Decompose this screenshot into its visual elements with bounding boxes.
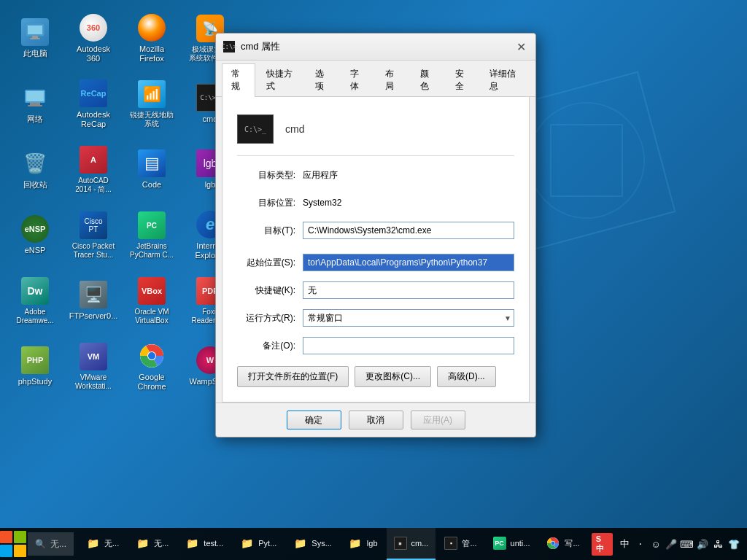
run-mode-select[interactable]: 常规窗口 最小化 最大化 [303,309,514,327]
taskbar-app-label-wu1: 无... [104,538,119,549]
tab-font[interactable]: 字体 [341,63,374,96]
advanced-button[interactable]: 高级(D)... [437,366,496,387]
start-in-row: 起始位置(S): [237,252,514,273]
target-input[interactable] [303,222,514,239]
app-icon-box: C:\>_ [237,114,274,144]
taskbar-app-chrome[interactable]: 写... [538,528,587,560]
taskbar-app-icon-test: 📁 [185,536,199,551]
shortcut-key-input[interactable] [303,281,514,299]
desktop-icon-network[interactable]: 网络 [6,71,64,137]
run-mode-row: 运行方式(R): 常规窗口 最小化 最大化 ▼ [237,308,514,328]
target-location-row: 目标位置: System32 [237,192,514,213]
desktop-icon-wifi[interactable]: 📶 锐捷无线地助 系统 [123,71,181,137]
taskbar-app-icon-cmd: ▪ [394,537,407,550]
tray-icon-clothes[interactable]: 👕 [727,537,740,551]
tray-icon-network[interactable]: 🖧 [712,537,724,551]
desktop-icon-autocad[interactable]: A AutoCAD 2014 - 简... [64,137,123,203]
taskbar-app-test[interactable]: 📁 test... [177,528,231,560]
taskbar-app-wu1[interactable]: 📁 无... [78,528,126,560]
taskbar-app-sys[interactable]: 📁 Sys... [285,528,339,560]
desktop-icon-chrome[interactable]: Google Chrome [123,334,181,400]
svg-rect-6 [26,91,44,101]
tab-normal[interactable]: 常规 [222,63,255,97]
shortcut-key-label: 快捷键(K): [237,284,303,297]
apply-button[interactable]: 应用(A) [411,411,465,429]
target-type-value: 应用程序 [303,169,338,182]
start-button[interactable] [0,528,26,560]
desktop-icon-pycharm[interactable]: PC JetBrains PyCharm C... [123,203,181,268]
taskbar-app-label-chrome: 写... [565,538,579,549]
svg-rect-4 [30,38,40,39]
target-label: 目标(T): [237,225,303,237]
taskbar-app-guan[interactable]: ▪ 管... [437,528,484,560]
search-placeholder: 无... [50,538,66,551]
taskbar-app-python[interactable]: 📁 Pyt... [232,528,284,560]
taskbar-app-cmd[interactable]: ▪ cm... [387,528,436,560]
desktop-icon-autodesk-360[interactable]: 360 Autodesk 360 [64,6,123,71]
tab-security[interactable]: 安全 [446,63,479,96]
open-file-location-button[interactable]: 打开文件所在的位置(F) [237,366,349,387]
taskbar-app-icon-wu2: 📁 [135,536,150,551]
svg-rect-8 [28,105,42,106]
tab-shortcut[interactable]: 快捷方式 [257,63,305,96]
desktop-icon-firefox[interactable]: Mozilla Firefox [123,6,181,71]
tray-icon-ime[interactable]: 中 [619,537,631,551]
taskbar-search[interactable]: 🔍 无... [28,532,74,556]
action-buttons-row: 打开文件所在的位置(F) 更改图标(C)... 高级(D)... [237,366,514,390]
tab-options[interactable]: 选项 [306,63,339,96]
search-icon: 🔍 [35,539,46,549]
desktop-icon-vmware[interactable]: VM VMware Workstati... [64,334,123,400]
dialog-title-icon: C:\> [223,41,235,52]
cancel-button[interactable]: 取消 [349,411,403,429]
desktop-icon-recycle[interactable]: 🗑️ 回收站 [6,137,64,203]
tray-icon-mic[interactable]: 🎤 [665,537,678,551]
tray-icon-emoji[interactable]: ☺ [649,537,662,551]
dialog-main-content: C:\>_ cmd 目标类型: 应用程序 目标位置: System32 目标(T… [222,97,530,402]
tab-layout[interactable]: 布局 [376,63,409,96]
ok-button[interactable]: 确定 [287,411,341,429]
taskbar-app-label-sys: Sys... [311,539,332,548]
tray-icon-keyboard[interactable]: ⌨ [681,537,694,551]
dialog-footer: 确定 取消 应用(A) [216,402,535,437]
target-type-label: 目标类型: [237,169,303,182]
desktop-icon-oracle[interactable]: VBox Oracle VM VirtualBox [123,268,181,334]
tab-color[interactable]: 颜色 [411,63,444,96]
desktop-icon-vscode[interactable]: ▤ Code [123,137,181,203]
start-in-input[interactable] [303,254,514,271]
desktop-icon-dreamweaver[interactable]: Dw Adobe Dreamwe... [6,268,64,334]
taskbar-clock[interactable]: 15:34 2021/10/27 [743,534,747,554]
desktop-icon-phpstudy[interactable]: PHP phpStudy [6,334,64,400]
taskbar-app-unti[interactable]: PC unti... [486,528,538,560]
dialog-close-button[interactable]: ✕ [514,39,528,54]
cmd-properties-dialog: C:\> cmd 属性 ✕ 常规 快捷方式 选项 字体 布局 颜色 安全 详细信… [215,33,536,438]
desktop-icon-ftp[interactable]: 🖥️ FTPserver0... [64,268,123,334]
desktop-icon-cisco[interactable]: Cisco PT Cisco Packet Tracer Stu... [64,203,123,268]
taskbar-right: S中 中 · ☺ 🎤 ⌨ 🔊 🖧 👕 15:34 2021/10/27 ▬ [587,533,747,556]
shortcut-key-row: 快捷键(K): [237,280,514,300]
svg-point-11 [148,352,155,359]
app-name-text: cmd [285,123,304,135]
desktop-icon-ensp[interactable]: eNSP eNSP [6,203,64,268]
taskbar-app-icon-unti: PC [493,537,506,550]
run-mode-label: 运行方式(R): [237,312,303,324]
run-mode-select-wrap: 常规窗口 最小化 最大化 ▼ [303,309,514,327]
desktop-icon-this-pc[interactable]: 此电脑 [6,6,64,71]
taskbar-app-label-wu2: 无... [154,538,169,549]
tab-details[interactable]: 详细信息 [480,63,528,96]
target-row: 目标(T): [237,220,514,241]
dialog-title-text: cmd 属性 [241,40,280,53]
change-icon-button[interactable]: 更改图标(C)... [355,366,431,387]
csdn-badge[interactable]: S中 [592,533,613,556]
desktop-icon-recap[interactable]: ReCap Autodesk ReCap [64,71,123,137]
tray-icon-volume[interactable]: 🔊 [697,537,709,551]
taskbar-app-icon-lgb: 📁 [348,536,363,551]
windows-logo-icon [0,531,26,557]
taskbar-app-label-cmd: cm... [411,539,429,548]
taskbar-app-wu2[interactable]: 📁 无... [128,528,176,560]
taskbar-app-icon-guan: ▪ [444,537,457,550]
comment-input[interactable] [303,337,514,354]
target-location-label: 目标位置: [237,197,303,209]
svg-rect-2 [28,26,42,34]
taskbar-app-lgb[interactable]: 📁 lgb [341,528,385,560]
desktop-icons: 此电脑 360 Autodesk 360 Mozilla Firefox 📡 极… [6,6,239,400]
